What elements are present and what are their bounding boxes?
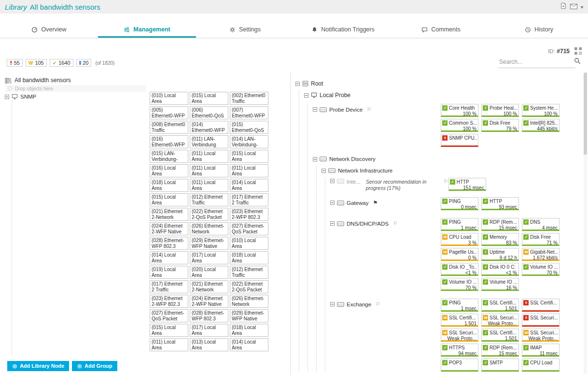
- library-node[interactable]: (021) Ethernet 2-Network: [190, 280, 228, 293]
- scrollbar-thumb[interactable]: [584, 72, 587, 155]
- add-library-node-button[interactable]: ⊕Add Library Node: [7, 361, 69, 371]
- caret-down-icon[interactable]: ▾: [581, 4, 583, 10]
- library-node[interactable]: (026) Ethernet-Network: [230, 295, 268, 308]
- library-node[interactable]: (022) Ethernet 2-QoS Packet: [190, 208, 228, 221]
- tab-overview[interactable]: Overview: [0, 23, 98, 38]
- library-node[interactable]: (016) Ethernet0-WFP 802.3: [150, 135, 188, 148]
- sensor-box[interactable]: ✓Disk IO 0 C:<1 %: [481, 263, 519, 276]
- collapse-toggle[interactable]: [295, 82, 300, 86]
- sensor-box[interactable]: WGigabit-Net...1,672 kbit/s: [522, 248, 560, 261]
- sensor-box[interactable]: ✓PING0 msec: [441, 197, 478, 210]
- library-node[interactable]: (014) Local Area: [230, 338, 268, 351]
- collapse-toggle[interactable]: [313, 107, 317, 112]
- sensor-box[interactable]: ✓IMAP11 msec: [522, 344, 560, 357]
- badge-ok[interactable]: ✓1640: [50, 59, 73, 67]
- qr-code-icon[interactable]: [574, 47, 582, 57]
- sensor-box[interactable]: ✓PING1 msec: [441, 299, 478, 312]
- device-row[interactable]: Network Discovery: [313, 155, 376, 163]
- library-node[interactable]: (023) Ethernet 2-WFP 802.3: [150, 295, 188, 308]
- drop-target[interactable]: Drop objects here: [6, 85, 146, 92]
- library-node[interactable]: (015) Local Area: [150, 324, 188, 337]
- library-node[interactable]: (008) Ethernet0 Traffic: [150, 121, 188, 134]
- library-node[interactable]: (018) Local Area: [230, 251, 268, 264]
- sensor-box[interactable]: ✓Uptime9 d 12 h: [481, 248, 519, 261]
- library-node[interactable]: (005) Ethernet0-WFP Native: [150, 106, 188, 119]
- library-node[interactable]: (015) Ethernet0-QoS Packet: [230, 121, 268, 134]
- library-node[interactable]: (024) Ethernet 2-WFP Native: [190, 295, 228, 308]
- sensor-box[interactable]: ✓SSL Certifi...1,501: [481, 299, 519, 312]
- sensor-box[interactable]: ✓RDP (Rem...15 msec: [481, 344, 519, 357]
- library-node[interactable]: (026) Ethernet-Network: [190, 222, 228, 235]
- device-row[interactable]: DNS/DHCP/ADS⚐: [330, 218, 398, 227]
- library-node[interactable]: (011) Local Area: [190, 164, 228, 177]
- library-node[interactable]: (014) Local Area: [230, 179, 268, 192]
- library-node[interactable]: (024) Ethernet 2-WFP Native: [150, 222, 188, 235]
- badge-paused[interactable]: II20: [76, 59, 92, 67]
- library-node[interactable]: (010) Local Area: [230, 237, 268, 250]
- library-node[interactable]: (017) Local Area: [190, 251, 228, 264]
- sensor-box[interactable]: WSSL Securi...Weak Proto...: [481, 314, 519, 327]
- library-node[interactable]: (011) Local Area: [230, 164, 268, 177]
- library-node[interactable]: (011) Local Area: [190, 179, 228, 192]
- sensor-box[interactable]: !!SNMP CPU...: [441, 134, 478, 147]
- collapse-toggle[interactable]: [330, 221, 335, 226]
- sensor-box[interactable]: ✓Volume IO ...70 %: [522, 263, 560, 276]
- library-node[interactable]: (027) Ethernet-QoS Packet: [230, 222, 268, 235]
- library-node[interactable]: (029) Ethernet-WFP Native: [230, 309, 268, 322]
- library-node[interactable]: (023) Ethernet 2-WFP 802.3: [230, 208, 268, 221]
- library-root-row[interactable]: All bandwidth sensors: [5, 76, 289, 85]
- library-node[interactable]: (015) Local Area: [150, 193, 188, 206]
- collapse-toggle[interactable]: [313, 157, 317, 161]
- badge-error[interactable]: !!55: [7, 59, 23, 67]
- sensor-box[interactable]: ✓Intel[R] 825...445 kbit/s: [522, 119, 560, 132]
- sensor-box[interactable]: WPagefile Us...0 %: [441, 248, 478, 261]
- sensor-box[interactable]: ✓SMTP: [481, 359, 519, 372]
- library-node[interactable]: (011) LAN-Verbindung: [190, 135, 228, 148]
- search-input[interactable]: [499, 58, 574, 65]
- sensor-box[interactable]: ✓RDP (Rem...15 msec: [481, 218, 519, 231]
- sensor-box[interactable]: ✓Disk IO _To...<1 %: [441, 263, 478, 276]
- library-node[interactable]: (015) LAN-Verbindung-: [150, 150, 188, 163]
- library-node[interactable]: (019) Local Area: [150, 266, 188, 279]
- library-node[interactable]: (020) Local Area: [190, 266, 228, 279]
- library-node[interactable]: (017) Ethernet 2 Traffic: [230, 193, 268, 206]
- library-node[interactable]: (014) Ethernet0-WFP Native: [190, 121, 228, 134]
- sensor-box[interactable]: ✓HTTPS94 msec: [441, 344, 478, 357]
- library-node[interactable]: (021) Ethernet 2-Network: [150, 208, 188, 221]
- tab-settings[interactable]: Settings: [196, 23, 294, 38]
- device-row[interactable]: Inte...Sensor recommendation in progress…: [330, 178, 448, 191]
- library-node[interactable]: (012) Ethernet Traffic: [230, 266, 268, 279]
- library-node[interactable]: (010) Local Area: [150, 92, 188, 105]
- sensor-box[interactable]: ✓DNS4 msec: [522, 218, 560, 231]
- badge-warning[interactable]: W105: [26, 59, 47, 67]
- collapse-toggle[interactable]: [330, 201, 335, 205]
- sensor-box[interactable]: WCPU Load3 %: [441, 233, 478, 246]
- tree-probe[interactable]: Local Probe: [304, 90, 581, 100]
- sensor-box[interactable]: ✓Volume IO ...70 %: [441, 278, 478, 291]
- sensor-box[interactable]: ✓Volume IO ...16 %: [481, 278, 519, 291]
- tab-history[interactable]: History: [490, 23, 588, 38]
- library-node[interactable]: (014) Local Area: [150, 251, 188, 264]
- tab-notification-triggers[interactable]: Notification Triggers: [294, 23, 392, 38]
- sensor-box[interactable]: ✓Memory83 %: [481, 233, 519, 246]
- library-node[interactable]: (029) Ethernet-WFP Native: [190, 237, 228, 250]
- sensor-box[interactable]: ✓PING1 msec: [441, 218, 478, 231]
- library-node[interactable]: (012) Ethernet Traffic: [190, 193, 228, 206]
- device-row[interactable]: Probe Device⚐: [313, 104, 372, 113]
- collapse-toggle[interactable]: [322, 169, 326, 173]
- library-node[interactable]: (018) Local Area: [230, 324, 268, 337]
- sensor-box[interactable]: ✓Disk Free71 %: [522, 233, 560, 246]
- device-row[interactable]: Gateway⚑: [330, 197, 378, 206]
- library-node[interactable]: (015) Local Area: [230, 150, 268, 163]
- sensor-box[interactable]: !!SSL Certifi...: [522, 299, 560, 312]
- library-node[interactable]: (006) Ethernet0-QoS Packet: [190, 106, 228, 119]
- library-node[interactable]: (028) Ethernet-WFP 802.3: [150, 237, 188, 250]
- search-icon[interactable]: [574, 58, 581, 66]
- sensor-box[interactable]: WSSL Certifi...1,501: [441, 314, 478, 327]
- sensor-box[interactable]: ✓Probe Heal...100 %: [481, 104, 519, 117]
- sensor-box[interactable]: ✓Disk Free79 %: [481, 119, 519, 132]
- library-node[interactable]: (007) Ethernet0-WFP 802.3: [230, 106, 268, 119]
- library-node[interactable]: (022) Ethernet 2-QoS Packet: [230, 280, 268, 293]
- library-node[interactable]: (018) Local Area: [150, 179, 188, 192]
- sensor-box[interactable]: ✓Common S...100 %: [441, 119, 478, 132]
